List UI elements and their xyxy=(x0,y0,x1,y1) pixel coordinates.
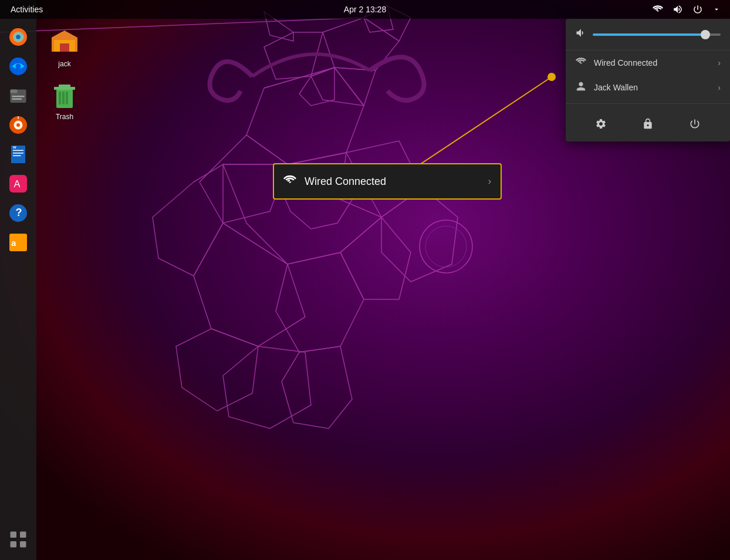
dock-item-files[interactable] xyxy=(5,82,32,109)
svg-text:W: W xyxy=(13,146,16,149)
svg-marker-10 xyxy=(276,252,364,352)
svg-marker-19 xyxy=(299,68,334,106)
network-icon[interactable] xyxy=(650,3,665,16)
settings-action-button[interactable] xyxy=(590,113,611,134)
dock-item-thunderbird[interactable] xyxy=(5,53,32,80)
svg-marker-13 xyxy=(223,346,311,429)
svg-rect-54 xyxy=(20,532,26,538)
volume-slider[interactable] xyxy=(593,33,721,36)
menu-item-wired[interactable]: Wired Connected › xyxy=(566,50,730,75)
topbar-dropdown-arrow[interactable] xyxy=(710,4,723,15)
svg-rect-45 xyxy=(13,156,21,157)
svg-marker-1 xyxy=(323,18,399,70)
svg-point-39 xyxy=(16,123,20,127)
svg-marker-14 xyxy=(282,346,352,429)
desktop-icon-jack-label: jack xyxy=(58,60,70,68)
svg-marker-9 xyxy=(194,223,305,346)
menu-item-wired-label: Wired Connected xyxy=(594,58,657,68)
svg-rect-55 xyxy=(11,541,17,548)
activities-button[interactable]: Activities xyxy=(7,4,46,15)
svg-rect-56 xyxy=(20,541,26,548)
svg-rect-60 xyxy=(59,92,61,104)
svg-rect-64 xyxy=(59,85,70,87)
wired-tooltip-text: Wired Connected xyxy=(305,176,480,188)
svg-rect-61 xyxy=(62,92,65,104)
power-topbar-icon[interactable] xyxy=(690,3,705,16)
svg-line-23 xyxy=(334,68,364,106)
wired-tooltip-icon xyxy=(283,174,296,190)
dock-item-rhythmbox[interactable] xyxy=(5,112,32,139)
svg-marker-11 xyxy=(340,217,411,299)
svg-marker-16 xyxy=(381,188,458,282)
svg-rect-35 xyxy=(12,96,25,97)
svg-rect-43 xyxy=(13,150,23,151)
dock-item-software-center[interactable]: A xyxy=(5,170,32,197)
dock: W A ? a xyxy=(0,0,36,560)
volume-topbar-icon[interactable] xyxy=(670,3,685,16)
svg-rect-53 xyxy=(11,532,17,538)
svg-rect-44 xyxy=(13,153,23,154)
svg-text:?: ? xyxy=(16,207,22,218)
menu-item-user-arrow: › xyxy=(718,83,721,92)
svg-point-66 xyxy=(548,73,556,81)
wired-tooltip-arrow: › xyxy=(488,176,491,187)
power-action-button[interactable] xyxy=(684,113,705,134)
desktop-icon-trash-label: Trash xyxy=(56,113,73,121)
svg-rect-62 xyxy=(66,92,68,104)
svg-line-24 xyxy=(288,153,346,164)
svg-marker-4 xyxy=(246,68,364,164)
system-menu: Wired Connected › Jack Wallen › xyxy=(566,19,730,141)
svg-text:a: a xyxy=(11,238,16,248)
svg-point-30 xyxy=(16,35,21,39)
desktop: Activities Apr 2 13:28 xyxy=(0,0,730,560)
desktop-icon-trash[interactable]: Trash xyxy=(41,76,88,124)
desktop-icons: jack Trash xyxy=(41,23,88,124)
dock-item-libreoffice-writer[interactable]: W xyxy=(5,141,32,168)
wired-connected-tooltip[interactable]: Wired Connected › xyxy=(273,163,502,200)
menu-divider xyxy=(566,103,730,104)
dock-item-amazon[interactable]: a xyxy=(5,229,32,256)
svg-rect-36 xyxy=(12,99,22,100)
topbar: Activities Apr 2 13:28 xyxy=(0,0,730,19)
svg-point-32 xyxy=(16,64,21,69)
desktop-icon-jack[interactable]: jack xyxy=(41,23,88,72)
svg-marker-17 xyxy=(264,32,323,79)
topbar-clock: Apr 2 13:28 xyxy=(344,5,386,14)
topbar-right xyxy=(650,3,723,16)
user-menu-icon xyxy=(575,81,587,94)
dock-item-help[interactable]: ? xyxy=(5,200,32,227)
svg-marker-12 xyxy=(176,329,258,411)
svg-point-26 xyxy=(420,220,472,273)
menu-item-user-label: Jack Wallen xyxy=(594,83,638,92)
svg-rect-34 xyxy=(11,90,18,93)
svg-point-27 xyxy=(425,226,467,267)
lock-action-button[interactable] xyxy=(637,113,658,134)
wired-menu-icon xyxy=(575,56,587,69)
svg-text:A: A xyxy=(14,178,21,189)
volume-menu-icon xyxy=(575,27,587,42)
menu-item-user[interactable]: Jack Wallen › xyxy=(566,75,730,100)
svg-rect-58 xyxy=(60,43,69,52)
menu-bottom-row xyxy=(566,107,730,137)
menu-item-wired-arrow: › xyxy=(718,58,721,68)
svg-line-22 xyxy=(264,68,334,88)
svg-marker-3 xyxy=(311,68,376,106)
volume-row xyxy=(566,19,730,50)
svg-marker-15 xyxy=(153,164,223,276)
volume-thumb xyxy=(701,30,710,39)
show-applications-button[interactable] xyxy=(5,526,32,553)
dock-item-firefox[interactable] xyxy=(5,23,32,50)
